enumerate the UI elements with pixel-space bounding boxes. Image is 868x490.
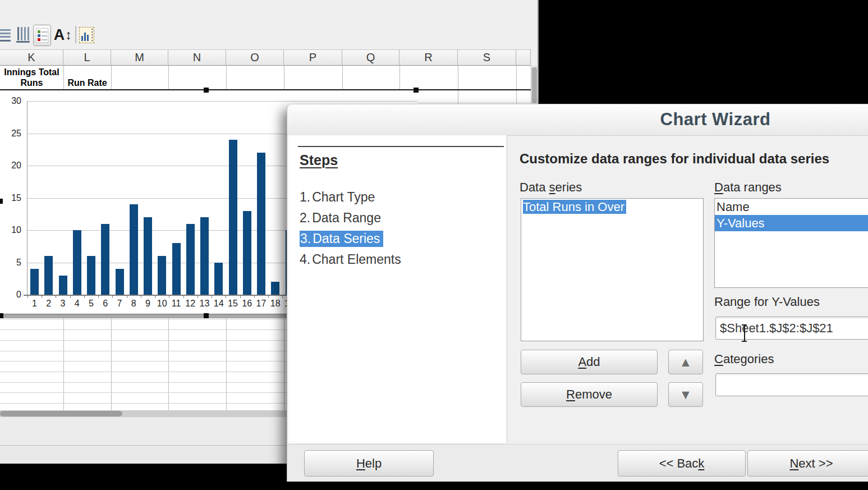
x-axis-tick-label: 16 <box>242 299 252 309</box>
horizontal-grids-icon[interactable] <box>0 25 11 45</box>
selection-handle-top[interactable] <box>204 88 209 93</box>
bar-over-14[interactable] <box>214 263 223 295</box>
cells-right-of-chart[interactable] <box>417 90 537 104</box>
bar-over-1[interactable] <box>30 269 39 295</box>
bar-over-9[interactable] <box>144 217 152 295</box>
col-header-S[interactable]: S <box>458 49 516 66</box>
data-series-item[interactable]: Total Runs in Over <box>521 199 703 215</box>
dialog-titlebar[interactable]: Chart Wizard <box>287 104 868 136</box>
x-axis-tick <box>254 295 255 298</box>
horizontal-scrollbar-thumb[interactable] <box>0 411 122 416</box>
chart-type-icon[interactable] <box>79 25 94 45</box>
x-axis-tick-label: 17 <box>256 299 267 309</box>
add-button[interactable]: Add <box>521 350 658 374</box>
data-range-item-yvalues[interactable]: Y-Values <box>715 215 868 231</box>
toolbar-separator <box>75 26 76 43</box>
step-data-range[interactable]: 2.Data Range <box>300 210 381 231</box>
x-axis-tick <box>212 295 212 298</box>
data-series-listbox[interactable]: Total Runs in Over <box>521 198 704 341</box>
move-up-button[interactable]: ▲ <box>668 350 703 374</box>
selection-handle-top-right[interactable] <box>414 88 419 93</box>
bar-over-17[interactable] <box>257 153 265 295</box>
vertical-scrollbar-thumb[interactable] <box>532 67 537 103</box>
grid-line <box>168 318 169 410</box>
bar-over-12[interactable] <box>186 224 195 295</box>
grid-line <box>226 318 227 410</box>
grid-line <box>284 66 284 90</box>
data-range-item-name[interactable]: Name <box>715 199 868 215</box>
selection-handle-left[interactable] <box>0 199 3 204</box>
grid-line <box>284 318 284 410</box>
grid-line <box>63 318 64 410</box>
vertical-grids-icon[interactable] <box>16 25 30 45</box>
grid-line <box>399 66 400 90</box>
col-header-R[interactable]: R <box>399 49 458 66</box>
selection-handle-bottom[interactable] <box>204 313 209 318</box>
bar-over-6[interactable] <box>101 224 109 295</box>
range-y-values-input[interactable]: $Sheet1.$J$2:$J$21 <box>715 317 868 340</box>
x-axis-tick <box>141 295 141 298</box>
steps-rule <box>298 146 504 147</box>
active-step-highlight: 3.Data Series <box>300 231 383 247</box>
remove-button[interactable]: Remove <box>521 382 658 407</box>
scale-text-icon[interactable]: A↕ <box>54 25 72 45</box>
x-axis-tick <box>42 295 42 298</box>
bar-over-13[interactable] <box>200 217 209 295</box>
col-header-O[interactable]: O <box>226 49 284 66</box>
bar-over-16[interactable] <box>243 211 251 295</box>
bar-over-7[interactable] <box>116 269 124 295</box>
bar-over-11[interactable] <box>172 243 181 295</box>
x-axis-tick <box>240 295 241 298</box>
data-ranges-listbox[interactable]: Name Y-Values <box>714 198 868 288</box>
col-header-M[interactable]: M <box>111 49 168 66</box>
col-header-Q[interactable]: Q <box>342 49 399 66</box>
move-down-button[interactable]: ▼ <box>668 382 703 407</box>
bar-over-4[interactable] <box>73 230 81 295</box>
col-header-K[interactable]: K <box>0 49 63 66</box>
y-axis-tick-label: 10 <box>0 225 21 235</box>
col-header-P[interactable]: P <box>284 49 342 66</box>
x-axis-tick-label: 11 <box>172 299 181 309</box>
y-axis-line <box>27 101 27 295</box>
x-axis-tick-label: 14 <box>214 299 224 309</box>
x-axis-tick <box>27 295 28 298</box>
steps-panel: Steps 1.Chart Type 2.Data Range 3.Data S… <box>288 135 507 443</box>
col-header-N[interactable]: N <box>168 49 226 66</box>
x-axis-tick-label: 5 <box>89 299 94 309</box>
x-axis-tick <box>169 295 169 298</box>
chart-gridline <box>27 101 417 102</box>
cell-K1[interactable]: Innings Total Runs <box>0 67 63 88</box>
col-header-L[interactable]: L <box>63 49 111 66</box>
bar-over-5[interactable] <box>87 256 95 295</box>
col-header-partial[interactable] <box>516 49 531 66</box>
bar-over-8[interactable] <box>130 204 138 295</box>
x-axis-tick <box>112 295 113 298</box>
y-axis-tick-label: 15 <box>0 193 21 203</box>
back-button[interactable]: << Back <box>618 450 746 477</box>
categories-input[interactable] <box>715 373 868 396</box>
bar-over-18[interactable] <box>271 282 279 295</box>
help-button[interactable]: Help <box>304 450 434 477</box>
step-chart-elements[interactable]: 4.Chart Elements <box>300 252 401 273</box>
step-data-series[interactable]: 3.Data Series <box>300 231 383 252</box>
legend-icon[interactable] <box>33 25 51 46</box>
y-axis-tick-label: 5 <box>0 258 21 268</box>
x-axis-tick-label: 9 <box>145 299 150 309</box>
x-axis-tick-label: 3 <box>61 299 66 309</box>
cell-L1[interactable]: Run Rate <box>63 77 111 88</box>
bar-over-10[interactable] <box>158 256 166 295</box>
next-button[interactable]: Next >> <box>747 450 868 477</box>
bar-over-3[interactable] <box>59 276 67 295</box>
x-axis-tick <box>226 295 226 298</box>
legend-icon-panel <box>36 28 48 43</box>
bar-over-2[interactable] <box>44 256 53 295</box>
x-axis-tick-label: 6 <box>103 299 108 309</box>
steps-heading: Steps <box>300 152 338 168</box>
step-chart-type[interactable]: 1.Chart Type <box>300 190 375 210</box>
selection-handle-bottom-left[interactable] <box>0 313 3 318</box>
x-axis-tick <box>70 295 71 298</box>
x-axis-tick <box>84 295 85 298</box>
x-axis-tick-label: 15 <box>228 299 238 309</box>
bar-over-15[interactable] <box>229 140 237 295</box>
data-series-label: Data series <box>520 180 582 195</box>
